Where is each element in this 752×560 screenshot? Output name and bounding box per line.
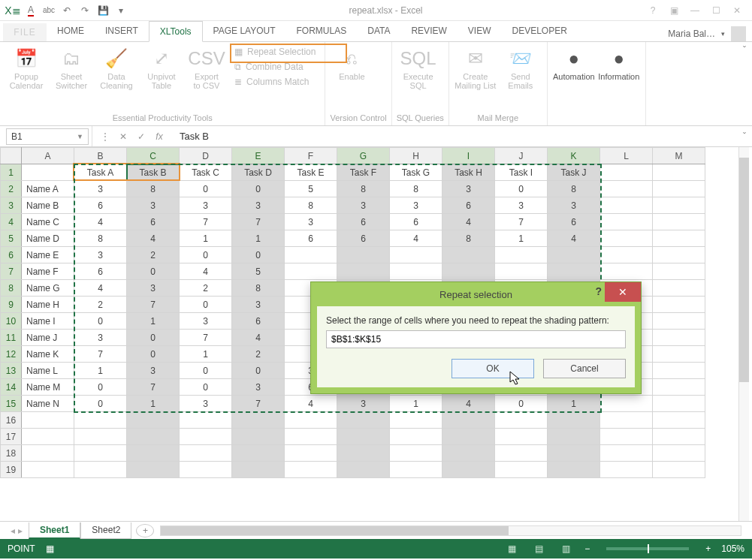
cell[interactable]: 3 — [127, 280, 180, 297]
sheet-nav-prev-icon[interactable]: ◂ — [11, 525, 15, 536]
cell[interactable] — [127, 462, 180, 478]
cell[interactable]: Name F — [22, 263, 74, 280]
cell[interactable]: Name J — [22, 330, 74, 346]
cell[interactable]: 2 — [232, 346, 285, 363]
spellcheck-icon[interactable]: abc — [41, 2, 57, 19]
cell[interactable]: 4 — [232, 330, 285, 346]
cell[interactable]: 6 — [74, 197, 127, 214]
cell[interactable]: 3 — [495, 197, 548, 214]
cell[interactable] — [337, 263, 390, 280]
cell[interactable]: 3 — [180, 313, 232, 330]
cell[interactable]: Name G — [22, 280, 74, 297]
cell[interactable]: 1 — [127, 396, 180, 412]
enter-formula-icon[interactable]: ✓ — [134, 131, 148, 142]
cell[interactable]: 4 — [180, 263, 232, 280]
avatar[interactable] — [731, 26, 746, 41]
column-header[interactable]: L — [600, 148, 653, 164]
row-header[interactable]: 5 — [1, 230, 22, 247]
cell[interactable] — [653, 462, 705, 478]
excel-icon[interactable]: X≣ — [5, 2, 21, 19]
cell[interactable] — [180, 412, 232, 429]
cell[interactable]: 6 — [337, 230, 390, 247]
cell[interactable]: Name C — [22, 214, 74, 230]
maximize-icon[interactable]: ☐ — [707, 3, 725, 18]
cell[interactable] — [442, 412, 495, 429]
cell[interactable]: 0 — [232, 181, 285, 197]
cell[interactable] — [22, 164, 74, 181]
cell[interactable]: 2 — [180, 280, 232, 297]
row-header[interactable]: 4 — [1, 214, 22, 230]
cell[interactable] — [548, 462, 600, 478]
cell[interactable] — [180, 462, 232, 478]
cell[interactable] — [653, 280, 705, 297]
sheet-switcher-button[interactable]: 🗂SheetSwitcher — [50, 45, 93, 92]
zoom-slider[interactable] — [606, 547, 689, 550]
undo-icon[interactable]: ↶ — [59, 2, 75, 19]
cell[interactable]: 3 — [285, 214, 337, 230]
row-header[interactable]: 16 — [1, 412, 22, 429]
row-header[interactable]: 13 — [1, 363, 22, 379]
cell[interactable]: 7 — [495, 214, 548, 230]
cell[interactable]: 6 — [337, 214, 390, 230]
cell[interactable]: 1 — [232, 230, 285, 247]
cell[interactable]: 2 — [74, 297, 127, 313]
cell[interactable]: Name E — [22, 247, 74, 263]
create-mailing-list-button[interactable]: ✉CreateMailing List — [454, 45, 497, 92]
cell[interactable]: Task D — [232, 164, 285, 181]
normal-view-icon[interactable]: ▦ — [503, 542, 520, 555]
cell[interactable]: 6 — [442, 197, 495, 214]
cell[interactable]: 0 — [127, 330, 180, 346]
cell[interactable]: 2 — [127, 247, 180, 263]
cell[interactable] — [653, 346, 705, 363]
macro-record-icon[interactable]: ▦ — [46, 543, 54, 554]
cell[interactable]: 3 — [127, 197, 180, 214]
cell[interactable] — [495, 429, 548, 445]
cell[interactable] — [285, 412, 337, 429]
cell[interactable]: 1 — [548, 396, 600, 412]
row-header[interactable]: 8 — [1, 280, 22, 297]
cell[interactable]: 0 — [232, 363, 285, 379]
cell[interactable]: 3 — [442, 181, 495, 197]
cell[interactable] — [285, 445, 337, 462]
cell[interactable]: Name H — [22, 297, 74, 313]
row-header[interactable]: 9 — [1, 297, 22, 313]
cell[interactable] — [390, 445, 442, 462]
cell[interactable]: 7 — [127, 297, 180, 313]
name-box[interactable]: B1 ▼ — [6, 128, 89, 145]
cell[interactable]: 4 — [127, 230, 180, 247]
sheet-tab[interactable]: Sheet2 — [80, 522, 131, 539]
cell[interactable] — [180, 429, 232, 445]
chevron-down-icon[interactable]: ▼ — [77, 133, 83, 140]
cell[interactable]: Name L — [22, 363, 74, 379]
cell[interactable]: 6 — [74, 263, 127, 280]
row-header[interactable]: 7 — [1, 263, 22, 280]
cell[interactable]: Name N — [22, 396, 74, 412]
cell[interactable] — [600, 396, 653, 412]
tab-insert[interactable]: INSERT — [95, 20, 149, 41]
column-header[interactable]: C — [127, 148, 180, 164]
cell[interactable] — [495, 462, 548, 478]
cell[interactable]: 7 — [74, 346, 127, 363]
cell[interactable] — [495, 445, 548, 462]
fx-icon[interactable]: fx — [153, 131, 166, 142]
cell[interactable] — [600, 247, 653, 263]
cell[interactable] — [600, 214, 653, 230]
page-break-view-icon[interactable]: ▥ — [557, 542, 574, 555]
dialog-close-button[interactable]: ✕ — [605, 282, 641, 302]
cell[interactable]: 8 — [285, 197, 337, 214]
cell[interactable] — [600, 181, 653, 197]
cell[interactable]: 4 — [285, 396, 337, 412]
cell[interactable]: 4 — [74, 214, 127, 230]
cell[interactable]: 7 — [232, 214, 285, 230]
cell[interactable] — [548, 263, 600, 280]
column-header[interactable]: K — [548, 148, 600, 164]
cell[interactable] — [653, 263, 705, 280]
cancel-formula-icon[interactable]: ✕ — [116, 131, 130, 142]
cell[interactable]: Name I — [22, 313, 74, 330]
sheet-nav-next-icon[interactable]: ▸ — [18, 525, 23, 536]
cell[interactable] — [180, 445, 232, 462]
font-color-icon[interactable]: A — [23, 2, 39, 19]
cell[interactable]: 3 — [337, 396, 390, 412]
cell[interactable] — [442, 263, 495, 280]
cell[interactable] — [653, 363, 705, 379]
